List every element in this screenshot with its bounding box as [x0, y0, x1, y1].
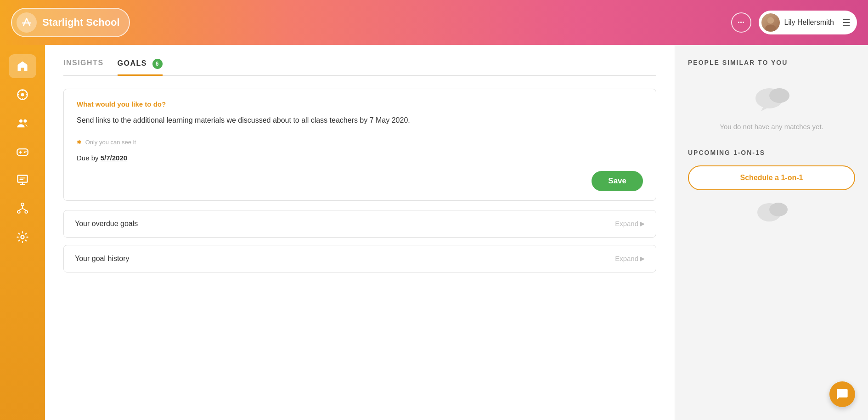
logo-icon — [17, 12, 37, 33]
tab-insights[interactable]: INSIGHTS — [63, 59, 104, 76]
overdue-goals-section[interactable]: Your overdue goals Expand ▶ — [63, 210, 656, 238]
svg-point-5 — [23, 119, 27, 123]
no-matches-area: You do not have any matches yet. — [688, 75, 855, 144]
save-button[interactable]: Save — [592, 171, 643, 191]
no-matches-text: You do not have any matches yet. — [720, 123, 823, 131]
goal-text: Send links to the additional learning ma… — [77, 114, 643, 126]
sidebar-item-navigate[interactable] — [9, 83, 36, 107]
svg-point-12 — [25, 210, 28, 213]
content-area: INSIGHTS GOALS 6 What would you like to … — [45, 45, 675, 420]
svg-rect-9 — [18, 176, 28, 182]
svg-point-7 — [24, 151, 26, 153]
sidebar — [0, 45, 45, 420]
due-date: 5/7/2020 — [101, 154, 127, 162]
svg-point-1 — [765, 25, 776, 31]
goal-history-label: Your goal history — [75, 255, 130, 263]
goal-prompt: What would you like to do? — [77, 100, 643, 108]
user-name: Lily Hellersmith — [784, 18, 834, 27]
goal-history-section[interactable]: Your goal history Expand ▶ — [63, 245, 656, 272]
sidebar-item-games[interactable] — [9, 140, 36, 164]
expand-arrow-icon: ▶ — [640, 220, 645, 227]
expand-arrow-icon-2: ▶ — [640, 255, 645, 262]
asterisk-icon: ✱ — [77, 139, 82, 146]
sidebar-item-orgchart[interactable] — [9, 197, 36, 221]
user-profile-pill[interactable]: Lily Hellersmith ☰ — [759, 11, 857, 34]
right-panel: PEOPLE SIMILAR TO YOU You do not have an… — [675, 45, 868, 420]
chat-fab-button[interactable] — [829, 381, 855, 407]
bottom-avatar-area — [688, 190, 855, 225]
layout: INSIGHTS GOALS 6 What would you like to … — [0, 45, 868, 420]
goal-divider — [77, 134, 643, 134]
svg-point-0 — [767, 17, 773, 23]
svg-rect-6 — [17, 149, 28, 155]
header-right: ··· Lily Hellersmith ☰ — [731, 11, 857, 34]
svg-point-3 — [21, 93, 24, 96]
upcoming-title: UPCOMING 1-ON-1S — [688, 149, 855, 156]
goal-due: Due by 5/7/2020 — [77, 154, 643, 162]
expand-history-button[interactable]: Expand ▶ — [615, 255, 645, 262]
expand-overdue-button[interactable]: Expand ▶ — [615, 220, 645, 227]
logo-pill[interactable]: Starlight School — [11, 8, 130, 37]
main: INSIGHTS GOALS 6 What would you like to … — [45, 45, 868, 420]
chat-bubbles-icon — [751, 85, 792, 116]
svg-point-15 — [769, 88, 789, 103]
header: Starlight School ··· Lily Hellersmith ☰ — [0, 0, 868, 45]
more-options-button[interactable]: ··· — [731, 12, 751, 33]
svg-point-4 — [19, 119, 23, 123]
svg-point-8 — [25, 151, 26, 152]
sidebar-item-presentation[interactable] — [9, 168, 36, 192]
svg-point-13 — [21, 236, 24, 239]
schedule-1on1-button[interactable]: Schedule a 1-on-1 — [688, 165, 855, 190]
similar-people-title: PEOPLE SIMILAR TO YOU — [688, 59, 855, 66]
sidebar-item-settings[interactable] — [9, 225, 36, 249]
svg-point-11 — [17, 210, 20, 213]
sidebar-item-group[interactable] — [9, 111, 36, 135]
overdue-goals-label: Your overdue goals — [75, 220, 138, 228]
goal-card: What would you like to do? Send links to… — [63, 89, 656, 201]
upcoming-section: UPCOMING 1-ON-1S Schedule a 1-on-1 — [688, 149, 855, 190]
tab-goals[interactable]: GOALS 6 — [118, 59, 163, 76]
svg-point-18 — [769, 203, 788, 216]
tabs: INSIGHTS GOALS 6 — [63, 59, 656, 76]
avatar — [761, 13, 780, 32]
app-name: Starlight School — [42, 17, 120, 28]
sidebar-item-home[interactable] — [9, 54, 36, 78]
goals-badge: 6 — [152, 59, 163, 69]
hamburger-icon[interactable]: ☰ — [842, 17, 851, 28]
goal-private-note: ✱ Only you can see it — [77, 139, 643, 146]
save-btn-row: Save — [77, 171, 643, 191]
